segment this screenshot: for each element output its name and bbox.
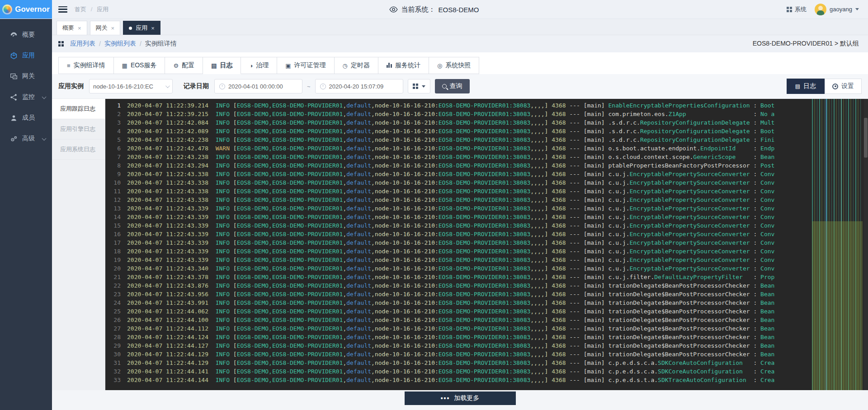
minimap[interactable] xyxy=(812,99,863,390)
chevron-down-icon xyxy=(42,136,47,140)
hamburger-menu-icon[interactable] xyxy=(58,6,67,13)
breadcrumb-home[interactable]: 首页 xyxy=(75,6,86,13)
open-tab-应用[interactable]: 应用× xyxy=(123,21,160,35)
calendar-icon xyxy=(413,84,418,89)
eye-icon xyxy=(389,6,398,13)
list-icon: ≡ xyxy=(67,63,71,69)
detail-tab-许可证管理[interactable]: ▣许可证管理 xyxy=(277,57,334,74)
detail-tab-定时器[interactable]: ◷定时器 xyxy=(335,57,378,74)
govern-icon: ◑ xyxy=(249,63,253,69)
date-from-input[interactable]: 2020-04-01 00:00:00 xyxy=(214,79,302,93)
log-line: 42020-04-07 11:22:42.089 INFO [EOS8-DEMO… xyxy=(105,127,863,135)
log-line: 292020-04-07 11:22:44.127 INFO [EOS8-DEM… xyxy=(105,341,863,350)
log-view-button[interactable]: ▤ 日志 xyxy=(787,79,825,94)
timer-icon: ◷ xyxy=(343,63,348,69)
stats-icon xyxy=(387,62,392,69)
page-breadcrumb: 应用列表 / 实例组列表 / 实例组详情 EOS8-DEMO-PROVIDER0… xyxy=(52,35,868,52)
log-line: 322020-04-07 11:22:44.141 INFO [EOS8-DEM… xyxy=(105,367,863,376)
log-line: 262020-04-07 11:22:44.100 INFO [EOS8-DEM… xyxy=(105,316,863,324)
user-menu[interactable]: gaoyang xyxy=(815,4,859,15)
sidebar-item-monitor[interactable]: 监控 xyxy=(0,87,52,107)
governor-app: Governor 首页 / 应用 当前系统： EOS8-DEMO 系统 gaoy… xyxy=(0,0,868,410)
log-type-nav: 应用跟踪日志应用引擎日志应用系统日志 xyxy=(52,99,105,390)
minimap-viewport[interactable] xyxy=(812,221,863,390)
log-line: 192020-04-07 11:22:43.339 INFO [EOS8-DEM… xyxy=(105,256,863,264)
close-icon[interactable]: × xyxy=(111,25,115,32)
sidebar-item-dashboard[interactable]: 概要 xyxy=(0,24,52,45)
logo[interactable]: Governor xyxy=(0,0,52,19)
breadcrumb-instance-group-list[interactable]: 实例组列表 xyxy=(104,40,136,48)
detail-tab-服务统计[interactable]: 服务统计 xyxy=(378,57,429,74)
avatar xyxy=(815,4,826,15)
footer-bar: ••• 加载更多 xyxy=(52,390,868,410)
open-tab-概要[interactable]: 概要× xyxy=(57,21,87,35)
sidebar-item-gateway[interactable]: 网关 xyxy=(0,66,52,87)
log-line: 72020-04-07 11:22:43.238 INFO [EOS8-DEMO… xyxy=(105,153,863,161)
username: gaoyang xyxy=(830,6,852,13)
log-line: 12020-04-07 11:22:39.214 INFO [EOS8-DEMO… xyxy=(105,101,863,110)
log-line: 132020-04-07 11:22:43.339 INFO [EOS8-DEM… xyxy=(105,204,863,213)
chevron-down-icon xyxy=(42,94,47,99)
member-icon xyxy=(10,114,18,122)
detail-tab-配置[interactable]: ⚙配置 xyxy=(165,57,203,74)
app-cube-icon xyxy=(10,52,18,60)
log-nav-应用系统日志[interactable]: 应用系统日志 xyxy=(52,140,105,160)
search-icon xyxy=(442,84,447,89)
detail-tab-EOS服务[interactable]: ▦EOS服务 xyxy=(114,57,165,74)
breadcrumb-section: 应用 xyxy=(97,6,108,13)
settings-button[interactable]: 设置 xyxy=(825,79,862,94)
open-tabs-bar: 概要×网关×应用× xyxy=(52,19,868,35)
grid-icon: ▦ xyxy=(122,63,127,69)
log-line: 122020-04-07 11:22:43.338 INFO [EOS8-DEM… xyxy=(105,196,863,204)
log-nav-应用引擎日志[interactable]: 应用引擎日志 xyxy=(52,119,105,140)
document-icon: ▤ xyxy=(795,83,800,89)
instance-select[interactable]: node-10-16-16-210:EC xyxy=(89,79,173,93)
log-line: 52020-04-07 11:22:42.238 INFO [EOS8-DEMO… xyxy=(105,135,863,144)
logo-swirl-icon xyxy=(2,5,12,14)
sidebar-item-app-cube[interactable]: 应用 xyxy=(0,45,52,66)
log-line: 332020-04-07 11:22:44.144 INFO [EOS8-DEM… xyxy=(105,376,863,384)
instance-label: 应用实例 xyxy=(58,82,84,90)
current-system-value: EOS8-DEMO xyxy=(438,6,479,14)
log-lines: 12020-04-07 11:22:39.214 INFO [EOS8-DEMO… xyxy=(105,99,863,390)
current-system-label: 当前系统： xyxy=(401,5,435,14)
chevron-down-icon xyxy=(855,8,859,10)
log-line: 212020-04-07 11:22:43.378 INFO [EOS8-DEM… xyxy=(105,273,863,281)
log-viewer[interactable]: 12020-04-07 11:22:39.214 INFO [EOS8-DEMO… xyxy=(105,99,868,390)
detail-tab-日志[interactable]: ▤日志 xyxy=(203,57,241,74)
detail-tab-实例组详情[interactable]: ≡实例组详情 xyxy=(58,57,114,74)
scrollbar-thumb[interactable] xyxy=(864,118,868,158)
date-to-input[interactable]: 2020-04-20 15:07:09 xyxy=(315,79,403,93)
log-line: 92020-04-07 11:22:43.338 INFO [EOS8-DEMO… xyxy=(105,170,863,178)
breadcrumb-current: 实例组详情 xyxy=(145,40,177,48)
top-header: Governor 首页 / 应用 当前系统： EOS8-DEMO 系统 gaoy… xyxy=(0,0,868,19)
dashboard-icon xyxy=(10,31,18,39)
monitor-icon xyxy=(10,93,18,101)
log-line: 312020-04-07 11:22:44.129 INFO [EOS8-DEM… xyxy=(105,359,863,367)
load-more-button[interactable]: ••• 加载更多 xyxy=(405,391,516,405)
logo-text: Governor xyxy=(15,5,50,14)
apps-grid-icon xyxy=(58,41,64,47)
detail-tab-系统快照[interactable]: ◎系统快照 xyxy=(429,57,479,74)
close-icon[interactable]: × xyxy=(78,25,81,32)
document-icon: ▤ xyxy=(211,63,217,69)
detail-tab-治理[interactable]: ◑治理 xyxy=(241,57,277,74)
grid-icon xyxy=(787,7,792,12)
log-line: 242020-04-07 11:22:43.991 INFO [EOS8-DEM… xyxy=(105,298,863,307)
log-line: 32020-04-07 11:22:42.084 INFO [EOS8-DEMO… xyxy=(105,118,863,127)
open-tab-网关[interactable]: 网关× xyxy=(90,21,121,35)
calendar-dropdown-button[interactable] xyxy=(408,79,430,93)
chevron-down-icon xyxy=(422,85,425,88)
log-line: 162020-04-07 11:22:43.339 INFO [EOS8-DEM… xyxy=(105,230,863,238)
log-nav-应用跟踪日志[interactable]: 应用跟踪日志 xyxy=(52,99,105,119)
log-scrollbar[interactable] xyxy=(863,99,868,390)
log-line: 272020-04-07 11:22:44.112 INFO [EOS8-DEM… xyxy=(105,324,863,333)
close-icon[interactable]: × xyxy=(151,25,155,32)
breadcrumb-app-list[interactable]: 应用列表 xyxy=(70,40,95,48)
sidebar-item-advanced[interactable]: 高级 xyxy=(0,128,52,149)
log-line: 62020-04-07 11:22:42.478 WARN [EOS8-DEMO… xyxy=(105,144,863,153)
gateway-icon xyxy=(10,73,18,80)
sidebar-item-member[interactable]: 成员 xyxy=(0,107,52,128)
system-menu[interactable]: 系统 xyxy=(787,5,807,14)
search-button[interactable]: 查询 xyxy=(435,79,470,93)
